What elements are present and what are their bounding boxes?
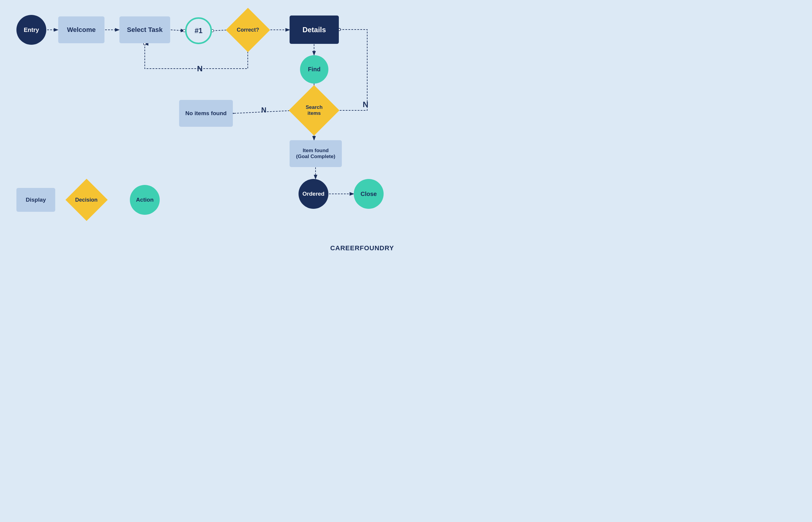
search-items-node: Search items <box>289 85 340 136</box>
legend-decision-label: Decision <box>75 197 98 203</box>
close-label: Close <box>361 190 377 198</box>
legend-display-label: Display <box>26 197 46 203</box>
details-node: Details <box>290 16 339 44</box>
legend-action-node: Action <box>130 185 160 215</box>
no-items-found-node: No items found <box>179 100 233 127</box>
item-found-node: Item found (Goal Complete) <box>290 140 342 167</box>
brand-suffix: FOUNDRY <box>360 244 394 252</box>
ordered-node: Ordered <box>298 179 328 209</box>
close-node: Close <box>354 179 384 209</box>
num1-node: #1 <box>185 17 212 44</box>
select-task-label: Select Task <box>127 26 162 34</box>
entry-node: Entry <box>16 15 46 45</box>
item-found-label: Item found (Goal Complete) <box>296 148 335 160</box>
correct-label: Correct? <box>237 27 259 33</box>
no-items-label: No items found <box>186 110 227 117</box>
brand: CAREERFOUNDRY <box>330 244 394 252</box>
num1-label: #1 <box>195 26 203 35</box>
search-items-label: Search items <box>306 104 323 116</box>
n-label-no-items: N <box>261 106 266 114</box>
n-label-right: N <box>363 100 368 109</box>
svg-line-2 <box>171 30 184 31</box>
welcome-label: Welcome <box>67 26 96 34</box>
legend-decision-node: Decision <box>65 179 108 221</box>
brand-prefix: CAREER <box>330 244 360 252</box>
find-label: Find <box>308 66 320 73</box>
welcome-node: Welcome <box>58 16 104 43</box>
flowchart: Entry Welcome Select Task #1 Correct? De… <box>0 0 406 261</box>
correct-node: Correct? <box>226 8 270 52</box>
find-node: Find <box>300 55 328 83</box>
legend-action-label: Action <box>136 197 153 203</box>
details-label: Details <box>303 26 326 34</box>
legend-display-node: Display <box>16 188 55 212</box>
n-label-feedback: N <box>197 64 203 73</box>
entry-label: Entry <box>24 26 39 34</box>
select-task-node: Select Task <box>119 16 170 43</box>
ordered-label: Ordered <box>303 190 325 197</box>
